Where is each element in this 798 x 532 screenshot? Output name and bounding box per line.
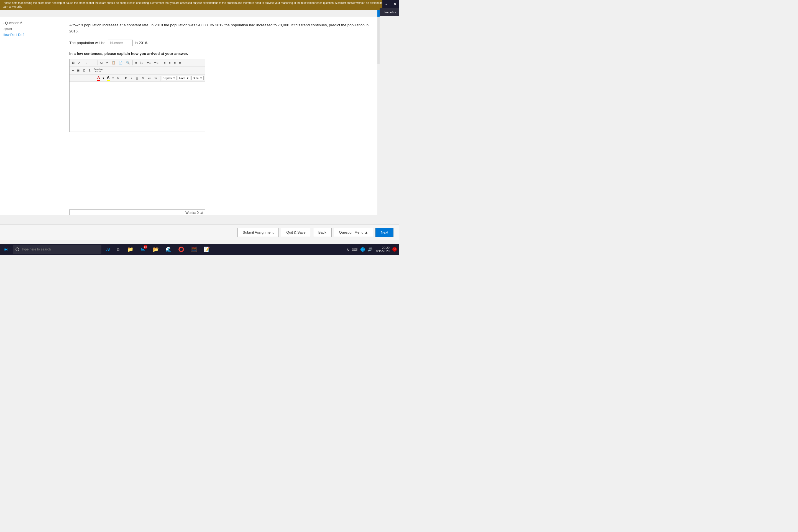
tb-underline[interactable]: U (135, 76, 140, 81)
tb-paste-text[interactable]: 📄 (117, 60, 124, 65)
tb-italic[interactable]: I (130, 76, 133, 81)
edge-icon: 🌊 (166, 246, 172, 252)
browser-controls: ··· ✕ (382, 0, 399, 8)
tray-keyboard[interactable]: ⌨ (351, 247, 358, 252)
tb-align-right[interactable]: ≡ (173, 60, 177, 65)
browser-menu-button[interactable]: ··· (385, 2, 389, 6)
scroll-indicator[interactable] (377, 8, 380, 64)
inline-suffix: in 2016. (135, 41, 148, 45)
taskbar-search[interactable] (13, 245, 101, 254)
action-bar: Submit Assignment Quit & Save Back Quest… (0, 225, 399, 240)
tb-font-color[interactable]: A (96, 75, 101, 81)
left-sidebar: - Question 6 0 point How Did I Do? (0, 17, 61, 215)
tb-table[interactable]: ⊞ (76, 68, 81, 73)
mail-badge: 20 (144, 245, 147, 249)
words-count: Words: 0 (185, 211, 199, 215)
how-did-i-do-link[interactable]: How Did I Do? (3, 33, 24, 37)
next-button[interactable]: Next (376, 228, 394, 237)
tray-volume[interactable]: 🔊 (367, 247, 373, 252)
tb-highlight-arrow[interactable]: ▼ (112, 77, 114, 79)
taskbar-app-file-explorer[interactable]: 📁 (124, 244, 136, 255)
tb-align-center[interactable]: ≡ (167, 60, 172, 65)
tray-chevron[interactable]: ∧ (345, 247, 350, 252)
styles-arrow: ▼ (173, 77, 175, 79)
cortana-button[interactable]: Ai (103, 244, 113, 254)
rich-text-editor: ⊞ ⤢ ← → ⧉ ✂ 📋 📄 🔍 ≡ ⁝≡ ⬅≡ (69, 59, 205, 132)
styles-dropdown[interactable]: Styles ▼ (162, 76, 177, 80)
tb-subscript[interactable]: xs (147, 76, 152, 81)
tb-font-color-arrow[interactable]: ▼ (102, 77, 105, 79)
tb-align-left[interactable]: ≡ (163, 60, 167, 65)
tb-strikethrough[interactable]: S (141, 76, 146, 81)
tray-network[interactable]: 🌐 (359, 247, 366, 252)
taskbar-app-folder[interactable]: 📂 (150, 244, 162, 255)
tb-redo[interactable]: → (91, 60, 96, 65)
page-wrapper: Please note that closing the exam does n… (0, 0, 399, 255)
taskbar-app-office[interactable]: ⭕ (175, 244, 187, 255)
rte-body[interactable] (70, 82, 205, 132)
number-answer-input[interactable] (108, 40, 133, 46)
tb-insert-table[interactable]: ⊞ (71, 60, 76, 65)
tb-undo[interactable]: ← (84, 60, 90, 65)
search-input[interactable] (21, 247, 99, 251)
taskbar-app-edge[interactable]: 🌊 (163, 244, 174, 255)
ai-label: Ai (107, 247, 110, 252)
task-view-button[interactable]: ⧉ (113, 244, 123, 254)
tb-fullscreen[interactable]: ⤢ (76, 60, 82, 65)
tb-bold[interactable]: B (124, 76, 129, 81)
taskbar-clock[interactable]: 20:20 8/15/2020 (374, 246, 391, 253)
explain-prompt: In a few sentences, please explain how y… (69, 52, 369, 56)
tb-indent-less[interactable]: ⬅≡ (145, 60, 152, 65)
windows-logo-icon: ⊞ (4, 246, 8, 252)
font-dropdown[interactable]: Font ▼ (178, 76, 190, 80)
submit-assignment-button[interactable]: Submit Assignment (238, 228, 279, 237)
font-color-underline (97, 80, 100, 81)
sep2 (97, 60, 98, 65)
tb-equation-editor[interactable]: EquationEditor (92, 67, 104, 73)
tb-paste[interactable]: 📋 (110, 60, 117, 65)
sep6 (160, 76, 160, 81)
task-view-icon: ⧉ (117, 247, 119, 252)
tb-list-ol[interactable]: ⁝≡ (139, 60, 144, 65)
back-button[interactable]: Back (313, 228, 332, 237)
inline-prefix: The population will be (69, 41, 106, 45)
size-arrow: ▼ (200, 77, 202, 79)
notification-badge[interactable]: 20 (392, 247, 397, 252)
sep3 (132, 60, 133, 65)
resize-handle[interactable] (200, 211, 203, 214)
question-menu-button[interactable]: Question Menu ▲ (334, 228, 374, 237)
tb-list-ul[interactable]: ≡ (134, 60, 138, 65)
tb-superscript[interactable]: xs (153, 76, 158, 81)
tb-omega[interactable]: Ω (81, 68, 87, 73)
tb-sigma[interactable]: Σ (87, 68, 92, 73)
taskbar-app-notes[interactable]: 📝 (201, 244, 213, 255)
taskbar-app-mail[interactable]: ✉ 20 (137, 244, 149, 255)
point-label: 0 point (3, 27, 58, 31)
quit-save-button[interactable]: Quit & Save (281, 228, 310, 237)
taskbar-apps: 📁 ✉ 20 📂 🌊 ⭕ 🧮 (124, 244, 213, 255)
tb-find[interactable]: 🔍 (125, 60, 131, 65)
tb-blockquote[interactable]: ≡ (71, 68, 75, 73)
tb-align-justify[interactable]: ≡ (177, 60, 182, 65)
question-text: A town's population increases at a const… (69, 22, 369, 34)
search-circle-icon (16, 247, 19, 251)
words-section: Words: 0 (69, 209, 369, 215)
sep5 (122, 76, 122, 81)
tb-clear-format[interactable]: Ix (115, 76, 120, 81)
calculator-icon: 🧮 (191, 246, 197, 252)
content-area: - Question 6 0 point How Did I Do? A tow… (0, 8, 399, 240)
start-button[interactable]: ⊞ (0, 244, 11, 255)
warning-bar: Please note that closing the exam does n… (0, 0, 399, 10)
notes-icon: 📝 (204, 246, 210, 252)
browser-close-button[interactable]: ✕ (394, 2, 397, 6)
question-label: - Question 6 (3, 21, 58, 25)
clock-date: 8/15/2020 (376, 249, 390, 253)
size-dropdown[interactable]: Size ▼ (191, 76, 204, 80)
rte-toolbar-row3: A ▼ A ▼ Ix B I U S (70, 75, 205, 82)
tb-highlight-color[interactable]: A (106, 75, 111, 81)
tb-copy[interactable]: ⧉ (99, 60, 104, 65)
tb-cut[interactable]: ✂ (104, 60, 110, 65)
taskbar-app-calculator[interactable]: 🧮 (188, 244, 200, 255)
tb-indent-more[interactable]: ➡≡ (153, 60, 159, 65)
rte-toolbar-row1: ⊞ ⤢ ← → ⧉ ✂ 📋 📄 🔍 ≡ ⁝≡ ⬅≡ (70, 59, 205, 66)
